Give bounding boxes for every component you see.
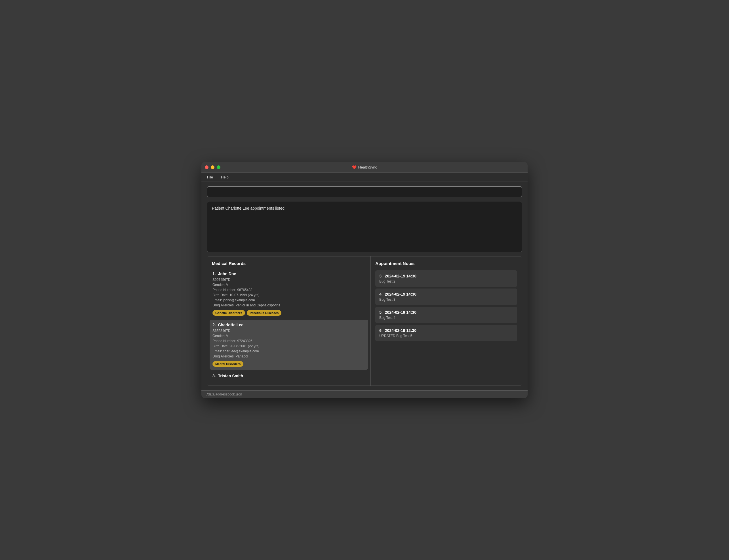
record-1-allergies: Drug Allergies: Penicillin and Cephalosp… [212, 303, 365, 308]
tag-mental-disorders[interactable]: Mental Disorders [212, 361, 243, 367]
record-item-3[interactable]: 3. Tristan Smith [210, 371, 368, 382]
content-area: Patient Charlotte Lee appointments liste… [201, 182, 528, 390]
record-item-2[interactable]: 2. Charlotte Lee S6528467D Gender: M Pho… [210, 320, 368, 370]
record-item-1[interactable]: 1. John Doe S9974567D Gender: M Phone Nu… [210, 269, 368, 319]
appointment-notes-scroll[interactable]: 3. 2024-02-19 14:30 Bug Test 2 4. 2024-0… [371, 269, 522, 386]
appt-item-6[interactable]: 6. 2024-02-19 12:30 UPDATED Bug Test 5 [375, 325, 517, 341]
menu-bar: File Help [201, 173, 528, 182]
appt-3-title: 3. 2024-02-19 14:30 [379, 274, 513, 278]
record-2-email: Email: charLee@example.com [212, 349, 365, 354]
record-2-allergies: Drug Allergies: Panadol [212, 354, 365, 359]
title-icon: ❤️ [352, 165, 357, 169]
medical-records-header: Medical Records [207, 256, 370, 269]
window-controls [205, 165, 220, 169]
medical-records-scroll[interactable]: 1. John Doe S9974567D Gender: M Phone Nu… [207, 269, 370, 386]
record-2-gender: Gender: M [212, 333, 365, 338]
title-bar: ❤️ HealthSync [201, 162, 528, 173]
appt-4-note: Bug Test 3 [379, 298, 513, 302]
tag-genetic-disorders[interactable]: Genetic Disorders [212, 310, 245, 316]
tag-infectious-diseases[interactable]: Infectious Diseases [247, 310, 282, 316]
appt-5-note: Bug Test 4 [379, 316, 513, 320]
menu-help[interactable]: Help [220, 174, 230, 180]
record-1-birth: Birth Date: 10-07-1999 (24 yrs) [212, 292, 365, 298]
appt-item-4[interactable]: 4. 2024-02-19 14:30 Bug Test 3 [375, 289, 517, 305]
output-text: Patient Charlotte Lee appointments liste… [212, 206, 286, 210]
maximize-button[interactable] [217, 165, 220, 169]
record-1-tags: Genetic Disorders Infectious Diseases [212, 310, 365, 316]
record-2-id: S6528467D [212, 328, 365, 333]
record-1-email: Email: johnd@example.com [212, 298, 365, 303]
record-1-name: 1. John Doe [212, 271, 365, 276]
medical-records-panel: Medical Records 1. John Doe S9974567D Ge… [207, 256, 371, 386]
appt-item-3[interactable]: 3. 2024-02-19 14:30 Bug Test 2 [375, 270, 517, 287]
close-button[interactable] [205, 165, 208, 169]
appt-6-title: 6. 2024-02-19 12:30 [379, 328, 513, 333]
record-2-birth: Birth Date: 20-08-2001 (22 yrs) [212, 344, 365, 349]
title-bar-center: ❤️ HealthSync [352, 165, 377, 169]
appointment-notes-header: Appointment Notes [371, 256, 522, 269]
menu-file[interactable]: File [206, 174, 214, 180]
record-2-tags: Mental Disorders [212, 361, 365, 367]
appt-item-5[interactable]: 5. 2024-02-19 14:30 Bug Test 4 [375, 307, 517, 323]
minimize-button[interactable] [211, 165, 214, 169]
appt-3-note: Bug Test 2 [379, 279, 513, 283]
output-box: Patient Charlotte Lee appointments liste… [207, 201, 522, 252]
appt-6-note: UPDATED Bug Test 5 [379, 334, 513, 338]
appt-5-title: 5. 2024-02-19 14:30 [379, 310, 513, 315]
app-window: ❤️ HealthSync File Help Patient Charlott… [201, 162, 528, 398]
record-2-phone: Phone Number: 97243826 [212, 338, 365, 344]
status-bar: ./data/addressbook.json [201, 390, 528, 398]
search-input[interactable] [207, 186, 522, 197]
record-1-gender: Gender: M [212, 282, 365, 287]
record-1-phone: Phone Number: 98765432 [212, 287, 365, 292]
appointment-notes-panel: Appointment Notes 3. 2024-02-19 14:30 Bu… [371, 256, 522, 386]
record-3-name: 3. Tristan Smith [212, 374, 365, 378]
panels-container: Medical Records 1. John Doe S9974567D Ge… [207, 256, 522, 386]
status-text: ./data/addressbook.json [206, 392, 242, 396]
record-1-id: S9974567D [212, 277, 365, 282]
appt-4-title: 4. 2024-02-19 14:30 [379, 292, 513, 296]
record-2-name: 2. Charlotte Lee [212, 323, 365, 327]
app-title: HealthSync [358, 165, 377, 169]
